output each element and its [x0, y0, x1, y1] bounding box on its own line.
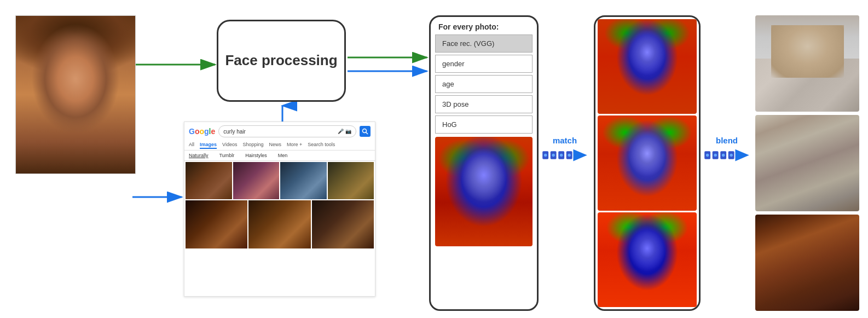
- svg-marker-30: [735, 149, 749, 161]
- camera-icon: 📷: [345, 129, 351, 134]
- feature-panel-title: For every photo:: [431, 17, 537, 34]
- match-arrow-group: match: [543, 136, 587, 163]
- google-tabs: All Images Videos Shopping News More + S…: [184, 141, 375, 151]
- result-heatmap-panel: [594, 15, 701, 311]
- feature-label-face-rec: Face rec. (VGG): [442, 39, 494, 48]
- input-face-image: [15, 15, 136, 174]
- output-photo-2: [755, 115, 859, 211]
- tab-shopping[interactable]: Shopping: [242, 142, 263, 149]
- output-photo-1: [755, 15, 859, 112]
- output-photo-3: [755, 215, 859, 311]
- svg-marker-21: [573, 149, 587, 161]
- google-thumb-lg-2: [248, 200, 310, 248]
- svg-point-18: [552, 154, 554, 157]
- heatmap-result-1: [598, 19, 697, 114]
- google-search-panel: Google curly hair 🎤 📷 All Images Videos …: [184, 122, 375, 297]
- svg-point-20: [568, 154, 570, 157]
- match-arrow-svg: [540, 147, 589, 163]
- blend-label: blend: [716, 136, 738, 145]
- google-search-bar[interactable]: curly hair 🎤 📷: [218, 125, 356, 137]
- category-men[interactable]: Men: [278, 153, 288, 158]
- svg-line-12: [366, 132, 368, 135]
- face-processing-box: Face processing: [217, 20, 346, 102]
- svg-point-17: [544, 154, 547, 157]
- category-hairstyles[interactable]: Hairstyles: [245, 153, 267, 158]
- google-images-bottom-row: [184, 200, 375, 250]
- google-thumb-4: [328, 162, 374, 199]
- svg-point-29: [730, 154, 732, 157]
- feature-item-3dpose: 3D pose: [435, 95, 533, 113]
- google-logo: Google: [189, 127, 215, 136]
- match-label: match: [553, 136, 577, 145]
- google-header: Google curly hair 🎤 📷: [184, 122, 375, 141]
- category-tumblr[interactable]: Tumblr: [219, 153, 235, 158]
- feature-label-hog: HoG: [442, 120, 457, 129]
- blend-arrow-svg: [702, 147, 751, 163]
- diagram-container: Input query Face processing Google curly…: [0, 0, 868, 318]
- heatmap-result-3: [598, 212, 697, 307]
- google-search-button[interactable]: [360, 126, 371, 137]
- google-thumb-lg-1: [186, 200, 247, 248]
- google-thumb-lg-3: [312, 200, 374, 248]
- feature-panel: For every photo: Face rec. (VGG) gender …: [429, 15, 539, 311]
- feature-label-gender: gender: [442, 60, 464, 68]
- heatmap-result-2: [598, 115, 697, 210]
- google-thumb-2: [233, 162, 280, 199]
- tab-all[interactable]: All: [189, 142, 194, 149]
- svg-point-19: [560, 154, 563, 157]
- tab-images[interactable]: Images: [200, 142, 217, 149]
- feature-label-3dpose: 3D pose: [442, 100, 468, 108]
- face-photo: [16, 16, 135, 174]
- category-naturally[interactable]: Naturally: [189, 153, 209, 158]
- tab-search-tools[interactable]: Search tools: [308, 142, 335, 149]
- mic-icon: 🎤: [338, 129, 344, 134]
- blend-arrow-group: blend: [705, 136, 749, 163]
- feature-heatmap-preview: [435, 137, 533, 246]
- feature-item-hog: HoG: [435, 115, 533, 134]
- svg-point-27: [714, 154, 716, 157]
- google-search-controls: 🎤 📷: [338, 129, 351, 134]
- google-image-categories: Naturally Tumblr Hairstyles Men: [184, 151, 375, 161]
- svg-point-28: [722, 154, 725, 157]
- output-photos-panel: [755, 15, 859, 311]
- feature-item-age: age: [435, 75, 533, 93]
- google-images-top-row: [184, 161, 375, 200]
- google-thumb-1: [186, 162, 232, 199]
- feature-label-age: age: [442, 80, 454, 88]
- tab-more[interactable]: More +: [287, 142, 302, 149]
- tab-videos[interactable]: Videos: [222, 142, 237, 149]
- face-processing-title: Face processing: [225, 51, 337, 70]
- svg-point-26: [706, 154, 709, 157]
- google-search-text: curly hair: [223, 129, 246, 135]
- feature-item-face-rec: Face rec. (VGG): [435, 34, 533, 53]
- feature-item-gender: gender: [435, 55, 533, 73]
- tab-news[interactable]: News: [269, 142, 281, 149]
- svg-point-11: [363, 129, 367, 133]
- google-thumb-3: [280, 162, 327, 199]
